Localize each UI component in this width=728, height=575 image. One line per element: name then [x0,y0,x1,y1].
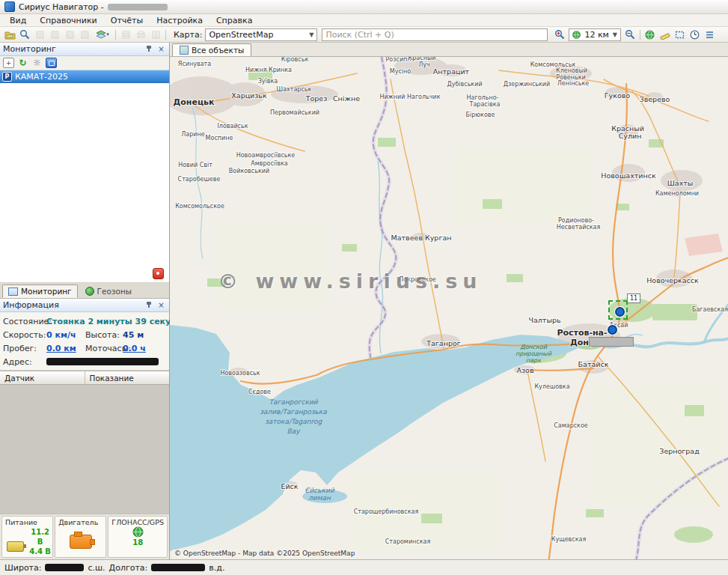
main-toolbar: ▾ Карта: OpenStreetMap ▼ 12 км ▼ [0,27,728,43]
legend-list-icon[interactable] [703,28,718,41]
zoom-out-icon[interactable] [623,28,637,41]
zoom-in-icon[interactable] [552,28,567,41]
mileage-value[interactable]: 0.0 км [46,344,85,353]
info-panel-header: Информация × [0,299,169,312]
vehicle-tree-area[interactable] [0,83,169,283]
address-redacted [46,358,159,365]
report-grid-icon [118,28,133,41]
chevron-down-icon: ▼ [309,31,313,38]
route-tool-icon-2 [47,28,62,41]
longitude-units: в.д. [209,563,224,573]
map-place-label: Зверево [640,95,670,103]
speed-label: Скорость: [3,330,46,340]
menu-reports[interactable]: Отчёты [104,15,150,26]
monitoring-panel-title: Мониторинг [3,44,141,54]
globe-icon[interactable] [643,28,658,41]
map-place-label: Антрацит [433,67,470,76]
refresh-icon[interactable]: ↻ [17,58,28,68]
map-vehicle-marker[interactable] [608,325,617,335]
satellite-count: 18 [132,538,143,547]
close-icon[interactable]: × [156,44,166,54]
vehicle-row-selected[interactable]: КАМАТ-2025 [0,70,169,83]
map-provider-select[interactable]: OpenStreetMap ▼ [205,28,317,41]
tab-monitoring-label: Мониторинг [21,287,72,296]
app-icon [4,1,15,12]
latitude-units: с.ш. [88,563,105,573]
map-place-label: Таганрог [426,339,460,347]
engine-icon [70,535,92,549]
map-place-label: Сулин [619,132,642,140]
map-place-label: Нижня Кринка [245,67,292,73]
events-indicator-icon[interactable] [153,268,164,279]
map-tab-bar: Все объекты [170,43,728,57]
map-place-label: Багаевская [692,306,728,313]
history-clock-icon[interactable] [688,28,703,41]
parking-status-icon [2,72,12,82]
map-place-label: Нижний Нагольчик [379,94,440,100]
power-gauge: Питание 11.2 В 4.4 В [1,516,53,558]
map-place-label: Кулешовка [534,383,569,390]
map-place-label: Ларине [181,131,204,138]
map-vehicle-marker[interactable] [615,307,625,317]
info-panel-title: Информация [3,300,141,310]
reading-column-header[interactable]: Показание [85,371,170,384]
menu-view[interactable]: Вид [3,15,33,26]
map-place-label: Донской [520,344,548,350]
window-title-redacted [108,4,168,10]
open-map-icon[interactable] [2,28,17,41]
sensor-table-body[interactable] [0,385,169,514]
engine-hours-value[interactable]: 0.0 ч [123,344,146,353]
map-place-label: Гуково [605,91,631,100]
settings-gear-icon[interactable]: ☼ [31,58,43,68]
menu-help[interactable]: Справка [209,15,259,26]
map-place-label: Амвросіївка [251,160,288,167]
main-voltage-value: 11.2 В [28,527,52,547]
map-vehicle-name-redacted [589,337,634,347]
left-dock-panel: Мониторинг × + ↻ ☼ КАМАТ-2025 Монитори [0,43,170,559]
toolbar-separator [115,30,116,40]
pin-icon[interactable] [144,300,153,310]
latitude-label: Широта: [4,563,41,573]
map-place-label: Шахты [667,179,694,187]
map-place-label: Іловайськ [217,123,248,130]
find-object-icon[interactable] [17,28,32,41]
globe-icon [572,31,581,39]
map-attribution: © OpenStreetMap - Map data ©2025 OpenStr… [172,550,357,557]
map-place-label: Bay [287,428,301,435]
main-area: Мониторинг × + ↻ ☼ КАМАТ-2025 Монитори [0,43,728,559]
map-place-label: Ясинувата [178,61,211,67]
menu-directories[interactable]: Справочники [33,15,103,26]
map-place-label: залив/Таганрозька [260,408,327,416]
tab-geozones[interactable]: Геозоны [79,285,138,298]
left-dock-tabs: Мониторинг Геозоны [0,283,169,299]
geozone-globe-icon [85,287,94,296]
map-region: Все объекты [170,43,728,559]
sensor-column-header[interactable]: Датчик [0,371,85,384]
map-place-label: Батайск [578,360,609,368]
select-area-icon[interactable] [673,28,688,41]
map-place-label: Донецьк [174,97,215,107]
pin-icon[interactable] [144,44,153,54]
close-icon[interactable]: × [156,300,166,310]
altitude-value: 45 м [123,330,144,340]
status-bar: Широта: с.ш. Долгота: в.д. [0,559,728,575]
print-icon [133,28,148,41]
objects-icon [180,46,189,55]
layers-visibility-icon[interactable]: ▾ [92,28,113,41]
search-input[interactable] [322,28,548,41]
measure-ruler-icon[interactable] [658,28,673,41]
map-scale-select[interactable]: 12 км ▼ [569,28,621,41]
tab-all-objects[interactable]: Все объекты [172,43,251,56]
map-place-label: Луч [418,61,429,68]
tab-monitoring[interactable]: Мониторинг [2,285,78,298]
expand-all-icon[interactable]: + [3,58,14,68]
map-place-label: Дзержинський [504,81,550,88]
map-place-label: Зуївка [258,78,278,85]
satellite-icon[interactable] [46,58,57,68]
map-place-label: Новошахтинск [601,171,656,180]
map-canvas[interactable]: ЯсинуватаКіровськРозсипнеКрасныйЛучНижня… [170,57,728,559]
menu-settings[interactable]: Настройка [150,15,209,26]
title-bar: Сириус Навигатор - [0,0,728,14]
toolbar-separator [165,30,166,40]
map-place-label: Старощербиновская [354,508,419,515]
